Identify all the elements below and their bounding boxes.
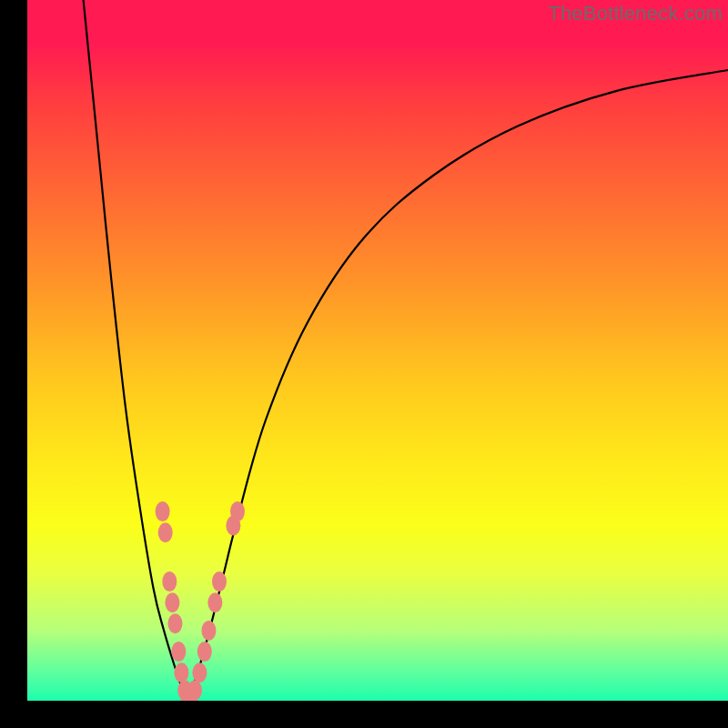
data-marker bbox=[174, 662, 188, 682]
data-marker bbox=[207, 592, 222, 612]
data-marker bbox=[165, 592, 179, 612]
data-marker bbox=[167, 613, 182, 633]
data-marker bbox=[192, 662, 207, 682]
plot-area: TheBottleneck.com bbox=[27, 0, 728, 701]
data-marker bbox=[212, 571, 227, 592]
data-marker bbox=[171, 642, 186, 662]
chart-svg bbox=[27, 0, 728, 701]
data-marker bbox=[158, 522, 173, 542]
data-marker bbox=[156, 501, 170, 521]
marker-group bbox=[156, 501, 245, 701]
chart-frame: TheBottleneck.com bbox=[0, 0, 728, 728]
data-marker bbox=[197, 642, 212, 662]
curve-right-branch bbox=[187, 70, 728, 701]
data-marker bbox=[230, 501, 245, 521]
data-marker bbox=[162, 571, 177, 592]
data-marker bbox=[187, 680, 202, 700]
data-marker bbox=[201, 621, 216, 641]
curve-group bbox=[84, 0, 728, 701]
